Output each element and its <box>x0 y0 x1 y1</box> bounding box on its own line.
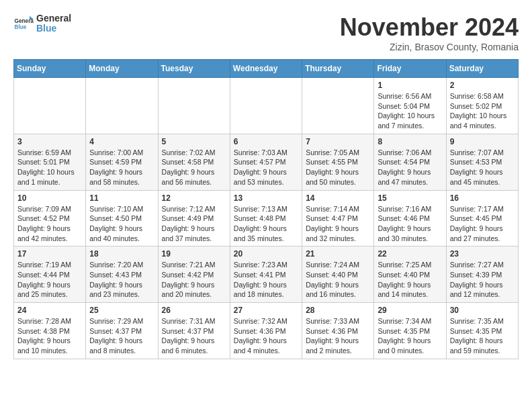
day-number: 8 <box>378 137 442 146</box>
calendar-cell: 18Sunrise: 7:20 AMSunset: 4:43 PMDayligh… <box>86 246 158 303</box>
day-number: 20 <box>234 249 298 259</box>
calendar-cell: 8Sunrise: 7:06 AMSunset: 4:54 PMDaylight… <box>374 134 446 190</box>
calendar-cell: 7Sunrise: 7:05 AMSunset: 4:55 PMDaylight… <box>302 134 374 190</box>
calendar-cell: 1Sunrise: 6:56 AMSunset: 5:04 PMDaylight… <box>374 78 446 134</box>
day-number: 15 <box>378 193 442 203</box>
calendar-body: 1Sunrise: 6:56 AMSunset: 5:04 PMDaylight… <box>14 78 519 359</box>
calendar-week-4: 17Sunrise: 7:19 AMSunset: 4:44 PMDayligh… <box>14 246 519 303</box>
day-number: 28 <box>306 306 370 315</box>
calendar-cell: 27Sunrise: 7:32 AMSunset: 4:36 PMDayligh… <box>230 303 302 359</box>
day-number: 11 <box>89 193 154 203</box>
weekday-sunday: Sunday <box>14 60 86 78</box>
calendar-cell: 3Sunrise: 6:59 AMSunset: 5:01 PMDaylight… <box>14 134 86 190</box>
day-info: Sunrise: 7:19 AMSunset: 4:44 PMDaylight:… <box>17 260 82 300</box>
page-header: General Blue General Blue November 2024 … <box>13 13 519 52</box>
day-info: Sunrise: 7:14 AMSunset: 4:47 PMDaylight:… <box>306 204 370 244</box>
day-info: Sunrise: 7:27 AMSunset: 4:39 PMDaylight:… <box>450 260 515 300</box>
calendar-cell: 12Sunrise: 7:12 AMSunset: 4:49 PMDayligh… <box>158 190 230 246</box>
day-info: Sunrise: 7:29 AMSunset: 4:37 PMDaylight:… <box>89 316 154 356</box>
calendar-cell: 6Sunrise: 7:03 AMSunset: 4:57 PMDaylight… <box>230 134 302 190</box>
calendar-week-5: 24Sunrise: 7:28 AMSunset: 4:38 PMDayligh… <box>14 303 519 359</box>
day-number: 16 <box>450 193 515 203</box>
calendar-cell <box>158 78 230 134</box>
day-number: 1 <box>378 81 442 90</box>
day-number: 14 <box>306 193 370 203</box>
calendar-cell: 24Sunrise: 7:28 AMSunset: 4:38 PMDayligh… <box>14 303 86 359</box>
day-info: Sunrise: 7:35 AMSunset: 4:35 PMDaylight:… <box>450 316 515 356</box>
calendar-header: SundayMondayTuesdayWednesdayThursdayFrid… <box>14 60 519 78</box>
calendar-cell: 28Sunrise: 7:33 AMSunset: 4:36 PMDayligh… <box>302 303 374 359</box>
calendar-cell: 20Sunrise: 7:23 AMSunset: 4:41 PMDayligh… <box>230 246 302 303</box>
weekday-header-row: SundayMondayTuesdayWednesdayThursdayFrid… <box>14 60 519 78</box>
calendar-cell: 26Sunrise: 7:31 AMSunset: 4:37 PMDayligh… <box>158 303 230 359</box>
day-info: Sunrise: 7:31 AMSunset: 4:37 PMDaylight:… <box>162 316 226 356</box>
day-info: Sunrise: 7:09 AMSunset: 4:52 PMDaylight:… <box>17 204 82 244</box>
calendar-cell <box>14 78 86 134</box>
logo: General Blue General Blue <box>13 13 71 34</box>
day-info: Sunrise: 7:13 AMSunset: 4:48 PMDaylight:… <box>234 204 298 244</box>
day-number: 30 <box>450 306 515 315</box>
day-info: Sunrise: 7:23 AMSunset: 4:41 PMDaylight:… <box>234 260 298 300</box>
weekday-saturday: Saturday <box>446 60 518 78</box>
day-number: 2 <box>450 81 515 90</box>
calendar-cell: 16Sunrise: 7:17 AMSunset: 4:45 PMDayligh… <box>446 190 518 246</box>
calendar-cell: 9Sunrise: 7:07 AMSunset: 4:53 PMDaylight… <box>446 134 518 190</box>
day-number: 26 <box>162 306 226 315</box>
day-number: 4 <box>89 137 154 146</box>
day-number: 6 <box>234 137 298 146</box>
logo-icon: General Blue <box>13 13 34 34</box>
day-info: Sunrise: 7:33 AMSunset: 4:36 PMDaylight:… <box>306 316 370 356</box>
day-number: 12 <box>162 193 226 203</box>
title-block: November 2024 Zizin, Brasov County, Roma… <box>340 13 519 52</box>
day-info: Sunrise: 7:34 AMSunset: 4:35 PMDaylight:… <box>378 316 442 356</box>
day-info: Sunrise: 7:03 AMSunset: 4:57 PMDaylight:… <box>234 148 298 187</box>
calendar-cell: 14Sunrise: 7:14 AMSunset: 4:47 PMDayligh… <box>302 190 374 246</box>
day-info: Sunrise: 7:24 AMSunset: 4:40 PMDaylight:… <box>306 260 370 300</box>
day-info: Sunrise: 7:16 AMSunset: 4:46 PMDaylight:… <box>378 204 442 244</box>
day-info: Sunrise: 7:25 AMSunset: 4:40 PMDaylight:… <box>378 260 442 300</box>
day-info: Sunrise: 7:28 AMSunset: 4:38 PMDaylight:… <box>17 316 82 356</box>
day-number: 21 <box>306 249 370 259</box>
day-info: Sunrise: 7:32 AMSunset: 4:36 PMDaylight:… <box>234 316 298 356</box>
day-number: 9 <box>450 137 515 146</box>
calendar-cell: 30Sunrise: 7:35 AMSunset: 4:35 PMDayligh… <box>446 303 518 359</box>
day-number: 29 <box>378 306 442 315</box>
day-number: 19 <box>162 249 226 259</box>
day-number: 7 <box>306 137 370 146</box>
weekday-wednesday: Wednesday <box>230 60 302 78</box>
calendar-cell: 29Sunrise: 7:34 AMSunset: 4:35 PMDayligh… <box>374 303 446 359</box>
weekday-friday: Friday <box>374 60 446 78</box>
day-number: 17 <box>17 249 82 259</box>
calendar-week-2: 3Sunrise: 6:59 AMSunset: 5:01 PMDaylight… <box>14 134 519 190</box>
day-info: Sunrise: 7:12 AMSunset: 4:49 PMDaylight:… <box>162 204 226 244</box>
logo-blue: Blue <box>36 24 71 34</box>
day-info: Sunrise: 7:17 AMSunset: 4:45 PMDaylight:… <box>450 204 515 244</box>
svg-text:Blue: Blue <box>15 24 27 30</box>
day-number: 22 <box>378 249 442 259</box>
day-number: 10 <box>17 193 82 203</box>
day-info: Sunrise: 6:56 AMSunset: 5:04 PMDaylight:… <box>378 91 442 131</box>
day-info: Sunrise: 6:58 AMSunset: 5:02 PMDaylight:… <box>450 91 515 131</box>
day-number: 24 <box>17 306 82 315</box>
day-number: 18 <box>89 249 154 259</box>
day-info: Sunrise: 6:59 AMSunset: 5:01 PMDaylight:… <box>17 148 82 187</box>
calendar-cell <box>86 78 158 134</box>
calendar-cell: 2Sunrise: 6:58 AMSunset: 5:02 PMDaylight… <box>446 78 518 134</box>
calendar-cell: 15Sunrise: 7:16 AMSunset: 4:46 PMDayligh… <box>374 190 446 246</box>
calendar-cell: 21Sunrise: 7:24 AMSunset: 4:40 PMDayligh… <box>302 246 374 303</box>
logo-text: General Blue <box>36 13 71 34</box>
calendar-cell: 13Sunrise: 7:13 AMSunset: 4:48 PMDayligh… <box>230 190 302 246</box>
calendar-cell: 22Sunrise: 7:25 AMSunset: 4:40 PMDayligh… <box>374 246 446 303</box>
day-info: Sunrise: 7:07 AMSunset: 4:53 PMDaylight:… <box>450 148 515 187</box>
calendar-cell: 23Sunrise: 7:27 AMSunset: 4:39 PMDayligh… <box>446 246 518 303</box>
calendar-cell <box>302 78 374 134</box>
day-number: 13 <box>234 193 298 203</box>
logo-general: General <box>36 13 71 24</box>
calendar-cell: 4Sunrise: 7:00 AMSunset: 4:59 PMDaylight… <box>86 134 158 190</box>
weekday-monday: Monday <box>86 60 158 78</box>
day-info: Sunrise: 7:10 AMSunset: 4:50 PMDaylight:… <box>89 204 154 244</box>
calendar-cell: 17Sunrise: 7:19 AMSunset: 4:44 PMDayligh… <box>14 246 86 303</box>
calendar-table: SundayMondayTuesdayWednesdayThursdayFrid… <box>13 59 519 359</box>
month-title: November 2024 <box>340 13 519 42</box>
day-info: Sunrise: 7:21 AMSunset: 4:42 PMDaylight:… <box>162 260 226 300</box>
